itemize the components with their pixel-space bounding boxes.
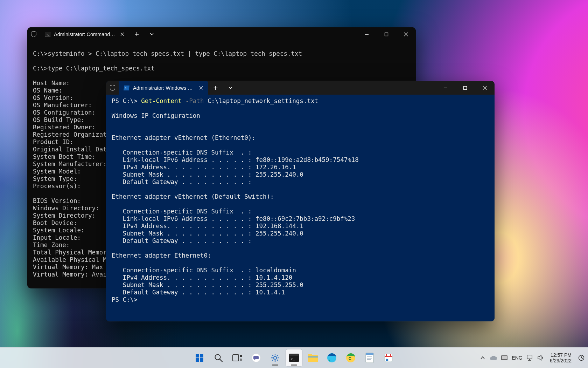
- language-indicator[interactable]: ENG: [512, 355, 522, 361]
- titlebar[interactable]: >_ Administrator: Command Pro +: [27, 27, 416, 41]
- gear-icon: [270, 353, 280, 363]
- clock[interactable]: 12:57 PM 6/29/2022: [550, 352, 572, 363]
- powershell-window[interactable]: >_ Administrator: Windows Powe + PS C:\>…: [106, 81, 495, 321]
- svg-rect-5: [196, 354, 199, 357]
- maximize-button[interactable]: [455, 81, 475, 95]
- terminal-icon: >_: [289, 353, 299, 362]
- svg-rect-8: [200, 358, 203, 362]
- notepad-icon: [365, 353, 374, 363]
- taskbar-app-terminal[interactable]: >_: [286, 349, 302, 366]
- svg-point-28: [579, 355, 584, 361]
- svg-text:C: C: [349, 356, 351, 361]
- taskbar-app-start[interactable]: [191, 349, 208, 366]
- taskbar-app-edge-canary[interactable]: C: [342, 349, 359, 366]
- system-tray[interactable]: ENG 12:57 PM 6/29/2022: [479, 348, 588, 368]
- date: 6/29/2022: [550, 358, 572, 363]
- taskbar-app-file-explorer[interactable]: [304, 349, 321, 366]
- taskview-icon: [232, 354, 242, 362]
- powershell-icon: >_: [124, 86, 130, 90]
- minimize-button[interactable]: [436, 81, 455, 95]
- taskbar-app-notepad[interactable]: [361, 349, 378, 366]
- time: 12:57 PM: [550, 352, 572, 358]
- svg-point-14: [274, 356, 276, 359]
- taskbar[interactable]: >_C ENG: [0, 347, 588, 368]
- titlebar-drag[interactable]: [159, 27, 357, 41]
- svg-rect-26: [502, 356, 507, 359]
- svg-rect-27: [527, 355, 532, 359]
- cmd-prompt-icon: >_: [45, 32, 50, 37]
- tab-close-icon[interactable]: [199, 86, 203, 90]
- edge-icon: [327, 353, 337, 363]
- svg-rect-23: [366, 353, 373, 355]
- svg-rect-6: [200, 354, 203, 357]
- terminal-output[interactable]: PS C:\> Get-Content -Path C:\laptop_netw…: [106, 95, 495, 321]
- shield-admin-icon: [27, 27, 40, 41]
- close-window-button[interactable]: [475, 81, 495, 95]
- vm-tools-icon[interactable]: [501, 355, 507, 361]
- tab-dropdown-button[interactable]: [144, 27, 159, 41]
- svg-rect-16: [289, 354, 299, 356]
- svg-rect-18: [308, 356, 318, 357]
- taskbar-app-settings[interactable]: [267, 349, 284, 366]
- explorer-icon: [308, 354, 318, 362]
- taskbar-apps: >_C: [191, 348, 397, 368]
- svg-text:>_: >_: [46, 33, 49, 36]
- taskbar-app-chat[interactable]: [248, 349, 265, 366]
- titlebar[interactable]: >_ Administrator: Windows Powe +: [106, 81, 495, 95]
- shield-admin-icon: [106, 81, 119, 95]
- tab-title: Administrator: Windows Powe: [133, 85, 195, 91]
- tab-close-icon[interactable]: [120, 32, 125, 37]
- network-icon[interactable]: [527, 355, 533, 361]
- snip-icon: [384, 353, 393, 363]
- svg-rect-2: [385, 33, 388, 36]
- svg-rect-10: [233, 355, 239, 361]
- maximize-button[interactable]: [377, 27, 396, 41]
- new-tab-button[interactable]: +: [130, 27, 144, 41]
- tab-command-prompt[interactable]: >_ Administrator: Command Pro: [40, 27, 130, 41]
- tab-dropdown-button[interactable]: [223, 81, 238, 95]
- new-tab-button[interactable]: +: [208, 81, 223, 95]
- search-icon: [214, 353, 223, 362]
- chat-icon: [251, 353, 261, 363]
- minimize-button[interactable]: [357, 27, 377, 41]
- svg-text:>_: >_: [290, 356, 295, 361]
- edge2-icon: C: [346, 353, 356, 363]
- notifications-icon[interactable]: [578, 355, 584, 361]
- svg-text:>_: >_: [125, 86, 129, 90]
- taskbar-app-search[interactable]: [210, 349, 227, 366]
- svg-rect-12: [240, 359, 242, 361]
- tab-powershell[interactable]: >_ Administrator: Windows Powe: [119, 81, 208, 95]
- desktop: >_ Administrator: Command Pro + C:\>syst…: [0, 0, 588, 368]
- taskbar-app-snipping-tool[interactable]: [380, 349, 397, 366]
- onedrive-icon[interactable]: [490, 355, 497, 361]
- titlebar-drag[interactable]: [238, 81, 436, 95]
- svg-rect-4: [464, 86, 467, 89]
- taskbar-app-edge[interactable]: [323, 349, 340, 366]
- svg-rect-11: [240, 355, 242, 357]
- close-window-button[interactable]: [396, 27, 416, 41]
- svg-rect-7: [196, 358, 199, 362]
- win-icon: [195, 353, 204, 363]
- tray-overflow-icon[interactable]: [479, 355, 486, 361]
- volume-icon[interactable]: [538, 355, 544, 361]
- tab-title: Administrator: Command Pro: [54, 32, 117, 37]
- svg-rect-24: [385, 354, 392, 362]
- taskbar-app-task-view[interactable]: [229, 349, 246, 366]
